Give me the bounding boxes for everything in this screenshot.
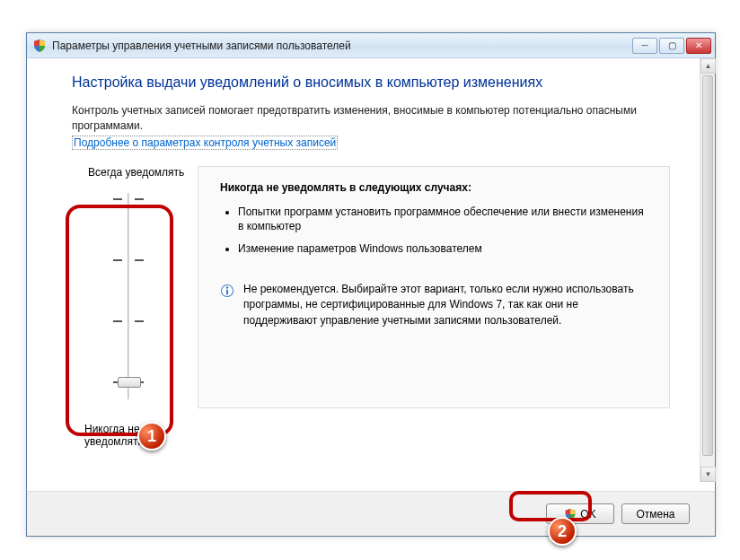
vertical-scrollbar[interactable]: ▲ ▼ [700, 58, 715, 482]
maximize-button[interactable]: ▢ [659, 38, 684, 54]
svg-rect-3 [226, 289, 228, 294]
ok-button[interactable]: OK [546, 503, 614, 524]
slider-bottom-label: Никогда не уведомлять [84, 423, 189, 448]
scrollbar-thumb[interactable] [702, 75, 713, 456]
shield-icon [564, 508, 577, 521]
description-text: Контроль учетных записей помогает предот… [72, 103, 670, 134]
scroll-up-button[interactable]: ▲ [700, 58, 716, 74]
shield-icon [32, 39, 47, 53]
slider-top-label: Всегда уведомлять [88, 166, 189, 179]
svg-point-2 [226, 286, 228, 288]
dialog-footer: OK Отмена [27, 491, 715, 536]
cancel-button-label: Отмена [636, 508, 674, 521]
content-area: Настройка выдачи уведомлений о вносимых … [27, 58, 715, 482]
info-text: Не рекомендуется. Выбирайте этот вариант… [243, 282, 651, 328]
detail-item: Изменение параметров Windows пользовател… [238, 241, 651, 257]
uac-slider[interactable] [102, 184, 156, 417]
titlebar[interactable]: Параметры управления учетными записями п… [27, 33, 715, 58]
uac-settings-window: Параметры управления учетными записями п… [26, 32, 716, 537]
window-title: Параметры управления учетными записями п… [52, 39, 632, 52]
detail-title: Никогда не уведомлять в следующих случая… [220, 181, 651, 194]
slider-thumb[interactable] [118, 377, 141, 388]
close-button[interactable]: ✕ [686, 38, 711, 54]
page-heading: Настройка выдачи уведомлений о вносимых … [72, 74, 670, 91]
scroll-down-button[interactable]: ▼ [700, 467, 716, 482]
ok-button-label: OK [580, 508, 595, 521]
minimize-button[interactable]: ─ [632, 38, 657, 54]
cancel-button[interactable]: Отмена [621, 503, 690, 524]
detail-panel: Никогда не уведомлять в следующих случая… [198, 166, 670, 408]
detail-item: Попытки программ установить программное … [238, 205, 651, 235]
info-icon [220, 284, 234, 298]
learn-more-link[interactable]: Подробнее о параметрах контроля учетных … [72, 136, 338, 150]
